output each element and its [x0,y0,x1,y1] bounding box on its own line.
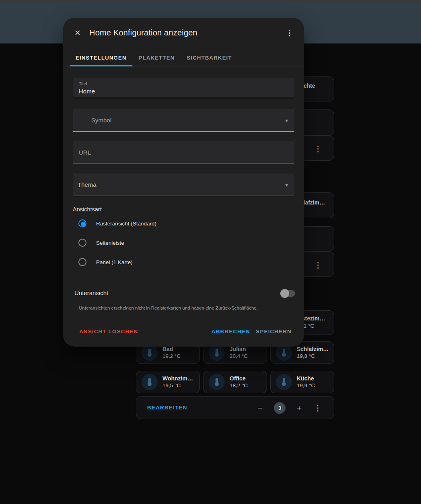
card-name: Office [230,375,246,382]
title-field-label: Titel [79,81,87,86]
more-options-icon[interactable]: ⋮ [309,403,327,413]
cancel-button[interactable]: ABBRECHEN [212,328,250,335]
close-icon[interactable]: ✕ [73,28,82,38]
partial-card-gaestezimmer-temp: 1 °C [304,323,314,329]
partial-card-top-label: chte [304,83,315,89]
tab-plaketten[interactable]: PLAKETTEN [133,49,181,66]
dialog-actions: ANSICHT LÖSCHEN ABBRECHEN SPEICHERN [63,324,304,341]
subview-label: Unteransicht [74,289,108,296]
card-office[interactable]: Office18,2 °C [203,371,267,393]
more-options-icon[interactable]: ⋮ [314,261,322,269]
increase-button[interactable]: + [290,403,309,413]
grid-footer-card: BEARBEITEN − 3 + ⋮ [136,396,334,419]
url-field[interactable]: URL [73,141,294,163]
title-field-value: Home [79,88,95,95]
view-configuration-dialog: ✕ Home Konfiguration anzeigen ⋮ EINSTELL… [63,18,304,347]
thermometer-icon [276,374,292,390]
card-name: Schlafzim… [297,346,329,352]
radio-label: Rasteransicht (Standard) [96,221,156,227]
radio-seitenleiste[interactable]: Seitenleiste [73,235,234,251]
partial-card-gaestezimmer-label: stezim… [302,315,325,322]
icon-select-field[interactable]: Symbol ▾ [73,109,294,132]
chevron-down-icon[interactable]: ▾ [285,182,288,188]
tab-sichtbarkeit[interactable]: SICHTBARKEIT [181,49,238,66]
card-name: Julian [230,346,246,352]
thermometer-icon [142,345,158,361]
chevron-down-icon[interactable]: ▾ [285,117,288,123]
dialog-header: ✕ Home Konfiguration anzeigen ⋮ [63,18,304,49]
screen: chte ⋮ hlafzim… ⋮ stezim… 1 °C Bad19,2 °… [0,0,421,504]
card-kueche[interactable]: Küche19,9 °C [270,371,334,393]
card-temp: 19,2 °C [162,353,181,360]
radio-rasteransicht[interactable]: Rasteransicht (Standard) [73,215,234,231]
radio-panel[interactable]: Panel (1 Karte) [73,254,234,270]
subview-toggle[interactable] [280,289,296,297]
card-temp: 20,4 °C [230,353,248,360]
thermometer-icon [276,345,292,361]
title-field[interactable]: Titel Home [73,78,294,98]
radio-unselected-icon[interactable] [78,258,86,266]
edit-button[interactable]: BEARBEITEN [147,405,187,411]
subview-helper-text: Unteransichten erscheinen nicht in Regis… [79,306,258,310]
more-options-icon[interactable]: ⋮ [314,145,322,153]
decrease-button[interactable]: − [251,403,270,413]
card-temp: 18,2 °C [230,382,248,389]
card-name: Bad [162,346,173,352]
view-type-group-label: Ansichtsart [73,206,102,213]
dialog-menu-icon[interactable]: ⋮ [285,28,294,38]
radio-label: Panel (1 Karte) [96,259,133,265]
thermometer-icon [142,374,158,390]
radio-label: Seitenleiste [96,240,124,246]
theme-select-field[interactable]: Thema ▾ [73,174,294,196]
card-name: Wohnzim… [162,375,193,382]
theme-select-label: Thema [78,181,97,188]
thermometer-icon [209,345,225,361]
tab-einstellungen[interactable]: EINSTELLUNGEN [70,49,133,66]
radio-selected-icon[interactable] [78,219,86,227]
thermometer-icon [209,374,225,390]
dialog-title: Home Konfiguration anzeigen [89,28,197,37]
count-badge: 3 [274,402,285,414]
card-wohnzimmer[interactable]: Wohnzim…19,5 °C [136,371,200,393]
card-temp: 19,8 °C [297,353,329,360]
radio-unselected-icon[interactable] [78,239,86,247]
icon-select-label: Symbol [91,117,111,124]
toggle-knob[interactable] [280,289,289,298]
card-temp: 19,5 °C [162,382,193,389]
delete-view-button[interactable]: ANSICHT LÖSCHEN [79,328,138,335]
card-temp: 19,9 °C [297,382,315,389]
dialog-tabs: EINSTELLUNGEN PLAKETTEN SICHTBARKEIT [63,49,304,66]
card-name: Küche [297,375,314,382]
url-field-label: URL [79,149,91,156]
save-button[interactable]: SPEICHERN [256,328,292,335]
